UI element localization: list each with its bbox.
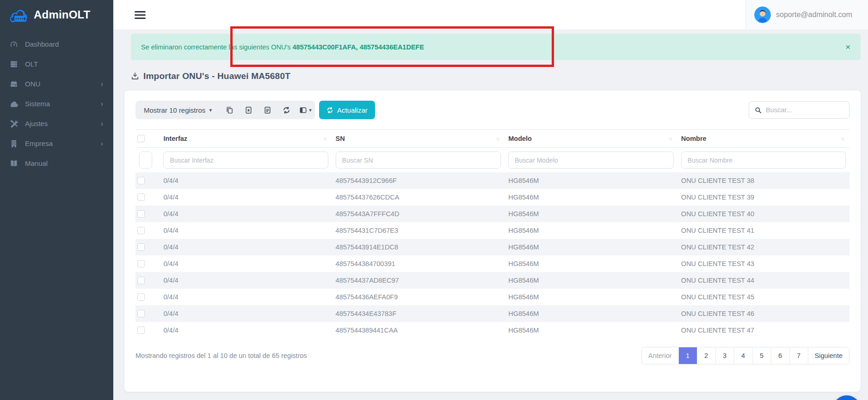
cell-interfaz: 0/4/4	[160, 239, 332, 255]
sidebar-item-sistema[interactable]: Sistema ›	[0, 94, 113, 114]
avatar	[754, 6, 771, 23]
table-row: 0/4/4 4857544384700391 HG8546M ONU CLIEN…	[135, 255, 850, 272]
cell-sn: 485754434E43783F	[332, 305, 505, 322]
column-header-modelo[interactable]: Modelo ↑↓	[505, 130, 677, 148]
row-checkbox[interactable]	[137, 260, 145, 267]
alert-onu-serials: 48575443C00F1AFA, 485754436EA1DEFE	[293, 43, 425, 51]
sidebar-item-ajustes[interactable]: Ajustes ›	[0, 114, 113, 133]
column-filter-input[interactable]	[508, 152, 674, 169]
cell-modelo: HG8546M	[505, 239, 677, 255]
cell-interfaz: 0/4/4	[160, 322, 332, 339]
row-checkbox[interactable]	[137, 227, 145, 234]
column-label: Nombre	[681, 135, 707, 142]
table-row: 0/4/4 485754437626CDCA HG8546M ONU CLIEN…	[135, 189, 850, 206]
pagination-page-5[interactable]: 5	[752, 347, 771, 364]
pagination-page-3[interactable]: 3	[715, 347, 734, 364]
global-search	[749, 101, 850, 119]
cell-modelo: HG8546M	[505, 172, 677, 189]
book-icon	[10, 159, 18, 168]
pagination-page-1[interactable]: 1	[678, 347, 697, 364]
sidebar-item-label: ONU	[25, 80, 94, 88]
actualizar-button[interactable]: Actualizar	[319, 101, 375, 119]
select-all-cell	[135, 130, 160, 148]
column-filter-input[interactable]	[681, 152, 846, 169]
pagination-page-6[interactable]: 6	[771, 347, 789, 364]
export-excel-button[interactable]	[239, 101, 258, 119]
cell-sn: 485754431C7D67E3	[332, 222, 505, 239]
sort-icon: ↑↓	[669, 136, 674, 141]
row-checkbox[interactable]	[137, 310, 145, 317]
chevron-right-icon: ›	[101, 140, 103, 147]
row-checkbox[interactable]	[137, 327, 145, 334]
column-filter-input[interactable]	[163, 152, 328, 169]
table-row: 0/4/4 485754436AEFA0F9 HG8546M ONU CLIEN…	[135, 289, 850, 305]
sidebar: AdminOLT Dashboard OLT ONU › Sistema › A…	[0, 0, 113, 400]
sidebar-item-label: Dashboard	[25, 40, 103, 48]
onu-table: Interfaz ↑↓ SN ↑↓ Modelo ↑↓ Nombre ↑↓	[135, 129, 850, 339]
cell-sn: 48575443A7FFFC4D	[332, 206, 505, 222]
cell-interfaz: 0/4/4	[160, 255, 332, 272]
page-length-dropdown[interactable]: Mostrar 10 registros ▾	[135, 101, 220, 119]
app-logo[interactable]: AdminOLT	[0, 0, 113, 28]
table-row: 0/4/4 485754437AD8EC97 HG8546M ONU CLIEN…	[135, 272, 850, 289]
pagination-page-2[interactable]: 2	[697, 347, 715, 364]
cell-nombre: ONU CLIENTE TEST 43	[677, 255, 850, 272]
cell-interfaz: 0/4/4	[160, 289, 332, 305]
server-icon	[10, 60, 18, 68]
cell-nombre: ONU CLIENTE TEST 40	[677, 206, 850, 222]
copy-button[interactable]	[220, 101, 239, 119]
pagination-page-7[interactable]: 7	[789, 347, 808, 364]
column-visibility-button[interactable]: ▾	[296, 101, 315, 119]
search-input[interactable]	[766, 106, 843, 114]
table-row: 0/4/4 48575443914E1DC8 HG8546M ONU CLIEN…	[135, 239, 850, 255]
export-file-button[interactable]	[258, 101, 277, 119]
checkbox-column-filter[interactable]	[139, 152, 152, 169]
sidebar-item-empresa[interactable]: Empresa ›	[0, 133, 113, 153]
sidebar-item-dashboard[interactable]: Dashboard	[0, 34, 113, 54]
cell-modelo: HG8546M	[505, 189, 677, 206]
sidebar-item-label: Empresa	[25, 139, 94, 147]
chevron-right-icon: ›	[101, 80, 103, 88]
select-all-checkbox[interactable]	[137, 135, 145, 142]
table-header-row: Interfaz ↑↓ SN ↑↓ Modelo ↑↓ Nombre ↑↓	[135, 130, 850, 148]
column-header-interfaz[interactable]: Interfaz ↑↓	[160, 130, 332, 148]
row-checkbox[interactable]	[137, 277, 145, 284]
sidebar-item-manual[interactable]: Manual	[0, 153, 113, 173]
cell-interfaz: 0/4/4	[160, 189, 332, 206]
row-checkbox[interactable]	[137, 210, 145, 218]
user-menu[interactable]: soporte@adminolt.com	[745, 0, 868, 30]
table-row: 0/4/4 4857544389441CAA HG8546M ONU CLIEN…	[135, 322, 850, 339]
cell-modelo: HG8546M	[505, 305, 677, 322]
alert-close-icon[interactable]: ×	[845, 42, 850, 51]
sidebar-item-onu[interactable]: ONU ›	[0, 74, 113, 94]
cloud-router-logo-icon	[8, 6, 30, 23]
cell-nombre: ONU CLIENTE TEST 47	[677, 322, 850, 339]
reload-table-button[interactable]	[277, 101, 296, 119]
table-row: 0/4/4 485754434E43783F HG8546M ONU CLIEN…	[135, 305, 850, 322]
row-checkbox[interactable]	[137, 243, 145, 251]
pagination-page-4[interactable]: 4	[734, 347, 752, 364]
column-header-nombre[interactable]: Nombre ↑↓	[677, 130, 850, 148]
cell-sn: 485754437AD8EC97	[332, 272, 505, 289]
pagination-previous-button[interactable]: Anterior	[642, 347, 678, 364]
search-icon	[755, 107, 762, 114]
cell-sn: 485754436AEFA0F9	[332, 289, 505, 305]
copy-icon	[226, 106, 234, 114]
top-bar: soporte@adminolt.com	[113, 0, 868, 30]
page-header: Importar ONU's - Huawei MA5680T	[131, 71, 861, 81]
import-download-icon	[131, 72, 139, 80]
sidebar-item-label: OLT	[25, 60, 103, 68]
file-text-icon	[264, 106, 271, 114]
row-checkbox[interactable]	[137, 194, 145, 201]
sidebar-item-olt[interactable]: OLT	[0, 54, 113, 74]
cell-nombre: ONU CLIENTE TEST 44	[677, 272, 850, 289]
column-filter-input[interactable]	[336, 152, 501, 169]
row-checkbox[interactable]	[137, 293, 145, 301]
chevron-right-icon: ›	[101, 100, 103, 108]
row-checkbox[interactable]	[137, 177, 145, 184]
cell-nombre: ONU CLIENTE TEST 39	[677, 189, 850, 206]
toolbar-button-group: Mostrar 10 registros ▾	[135, 101, 315, 119]
pagination-next-button[interactable]: Siguiente	[808, 347, 849, 364]
column-header-sn[interactable]: SN ↑↓	[332, 130, 505, 148]
hamburger-menu-icon[interactable]	[135, 9, 146, 21]
